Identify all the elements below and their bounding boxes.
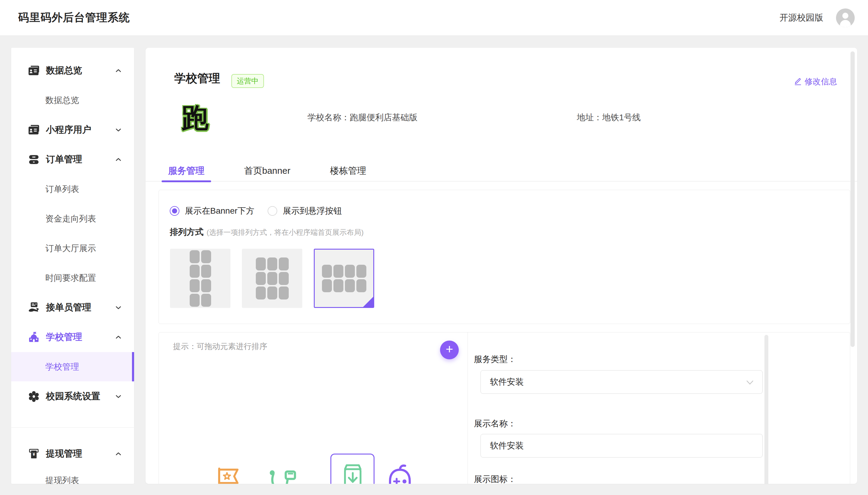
software-install-icon[interactable] <box>339 461 367 484</box>
arrange-row: 排列方式 (选择一项排列方式，将在小程序端首页展示布局) <box>170 226 364 238</box>
layout-preview-cell <box>201 294 211 307</box>
tab-首页banner[interactable]: 首页banner <box>237 162 297 182</box>
sidebar-group-label: 订单管理 <box>46 153 82 166</box>
app-title: 码里码外后台管理系统 <box>18 10 130 25</box>
arrange-hint: (选择一项排列方式，将在小程序端首页展示布局) <box>207 227 364 237</box>
svg-text:¥: ¥ <box>33 452 35 457</box>
orders-icon <box>27 153 40 166</box>
layout-preview-cell <box>256 272 266 285</box>
radio-banner-below[interactable] <box>170 206 179 216</box>
layout-preview-cell <box>190 250 200 263</box>
form-panel-scrollbar[interactable] <box>764 335 768 484</box>
display-name-label: 展示名称： <box>474 418 516 429</box>
sidebar-item-label: 提现列表 <box>45 475 79 484</box>
user-avatar-icon[interactable] <box>836 8 855 27</box>
sidebar-group-校园系统设置[interactable]: 校园系统设置 <box>11 382 134 411</box>
page: 码里码外后台管理系统 开源校园版 数据总览数据总览小程序用户订单管理订单列表资金… <box>0 0 868 495</box>
layout-preview-cell <box>345 279 355 292</box>
layout-preview-cell <box>356 279 366 292</box>
service-type-select[interactable]: 软件安装 <box>480 370 763 394</box>
chevron-down-icon <box>115 126 122 134</box>
sidebar-divider <box>11 427 134 428</box>
sidebar-item-学校管理[interactable]: 学校管理 <box>11 352 134 381</box>
scooter-icon[interactable] <box>267 467 301 484</box>
data-overview-icon <box>27 64 40 78</box>
miniprogram-users-icon <box>27 123 40 137</box>
layout-preview-cell <box>267 257 277 271</box>
display-settings-box: 展示在Banner下方 展示到悬浮按钮 排列方式 (选择一项排列方式，将在小程序… <box>159 190 850 324</box>
display-name-input[interactable] <box>480 434 763 458</box>
radio-banner-below-label: 展示在Banner下方 <box>185 205 254 217</box>
layout-preview-cell <box>333 265 343 278</box>
sidebar: 数据总览数据总览小程序用户订单管理订单列表资金走向列表订单大厅展示时间要求配置接… <box>11 48 134 484</box>
sidebar-item-label: 学校管理 <box>45 361 79 373</box>
layout-preview-cell <box>279 272 289 285</box>
sidebar-group-label: 数据总览 <box>46 64 82 77</box>
chevron-up-icon <box>115 334 122 341</box>
chevron-down-icon <box>115 304 122 311</box>
layout-preview-cell <box>190 279 200 292</box>
sidebar-group-小程序用户[interactable]: 小程序用户 <box>11 115 134 144</box>
layout-preview-grid <box>322 265 366 292</box>
edit-info-link[interactable]: 修改信息 <box>794 76 837 87</box>
layout-option-grid-4x2[interactable] <box>314 249 374 308</box>
tab-服务管理[interactable]: 服务管理 <box>162 162 211 182</box>
sidebar-group-提现管理[interactable]: ¥提现管理 <box>11 439 134 468</box>
layout-preview-cell <box>201 250 211 263</box>
layout-preview-cell <box>190 265 200 278</box>
game-icon[interactable] <box>384 463 416 484</box>
layout-option-grid-3x3[interactable] <box>242 249 302 308</box>
panel-divider <box>467 332 468 484</box>
sidebar-item-资金走向列表[interactable]: 资金走向列表 <box>11 204 134 233</box>
sidebar-item-提现列表[interactable]: 提现列表 <box>11 466 134 484</box>
layout-option-grid-2x4[interactable] <box>170 249 230 308</box>
school-name-label: 学校名称：跑腿便利店基础版 <box>307 112 418 123</box>
layout-options <box>170 249 374 308</box>
tab-楼栋管理[interactable]: 楼栋管理 <box>323 162 373 182</box>
courier-icon <box>27 301 40 314</box>
tabbar: 服务管理首页banner楼栋管理 <box>146 162 857 182</box>
layout-preview-cell <box>345 265 355 278</box>
drag-hint: 提示：可拖动元素进行排序 <box>173 341 267 352</box>
service-type-value: 软件安装 <box>490 376 524 388</box>
flag-icon[interactable] <box>215 464 243 484</box>
layout-preview-cell <box>190 294 200 307</box>
main-card-scrollbar[interactable] <box>850 51 855 347</box>
chevron-down-icon <box>115 393 122 400</box>
layout-preview-grid <box>256 257 289 300</box>
layout-preview-cell <box>267 272 277 285</box>
school-address-label: 地址：地铁1号线 <box>577 112 641 123</box>
sidebar-group-label: 校园系统设置 <box>46 390 100 403</box>
sidebar-item-订单大厅展示[interactable]: 订单大厅展示 <box>11 234 134 263</box>
school-logo: 跑 <box>180 103 210 133</box>
status-badge: 运营中 <box>231 74 264 88</box>
sidebar-item-时间要求配置[interactable]: 时间要求配置 <box>11 263 134 292</box>
sidebar-group-label: 小程序用户 <box>46 124 91 136</box>
sidebar-item-数据总览[interactable]: 数据总览 <box>11 86 134 115</box>
display-position-radio-group: 展示在Banner下方 展示到悬浮按钮 <box>170 204 342 218</box>
chevron-up-icon <box>115 67 122 74</box>
avatar-body <box>840 20 851 27</box>
arrange-title: 排列方式 <box>170 226 203 238</box>
service-type-label: 服务类型： <box>474 354 516 365</box>
layout-preview-cell <box>201 265 211 278</box>
radio-floating-button[interactable] <box>268 206 277 216</box>
chevron-down-icon <box>747 377 753 387</box>
sidebar-group-订单管理[interactable]: 订单管理 <box>11 145 134 174</box>
sidebar-group-学校管理[interactable]: 学校管理 <box>11 322 134 352</box>
pencil-icon <box>794 78 802 86</box>
page-title: 学校管理 <box>174 71 220 86</box>
sidebar-group-接单员管理[interactable]: 接单员管理 <box>11 293 134 322</box>
chevron-up-icon <box>115 450 122 458</box>
layout-preview-cell <box>279 257 289 271</box>
add-service-button[interactable]: + <box>440 341 459 359</box>
app-header: 码里码外后台管理系统 开源校园版 <box>0 0 868 36</box>
display-icon-label: 展示图标： <box>474 474 516 484</box>
sidebar-item-订单列表[interactable]: 订单列表 <box>11 174 134 204</box>
header-right: 开源校园版 <box>780 8 855 27</box>
layout-preview-cell <box>322 279 332 292</box>
school-icon <box>27 330 40 344</box>
chevron-up-icon <box>115 156 122 163</box>
sidebar-group-label: 学校管理 <box>46 331 82 343</box>
sidebar-group-数据总览[interactable]: 数据总览 <box>11 56 134 85</box>
